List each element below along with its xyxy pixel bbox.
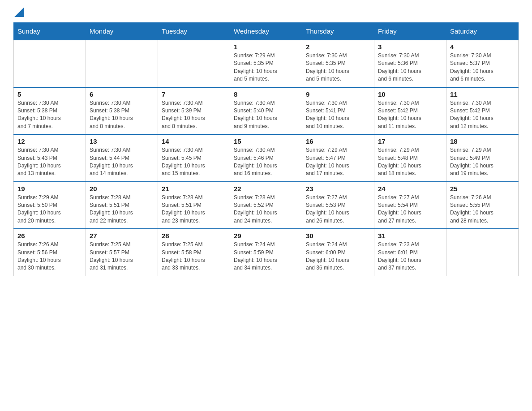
day-number: 12 xyxy=(17,137,82,145)
calendar-day-18: 18Sunrise: 7:29 AM Sunset: 5:49 PM Dayli… xyxy=(446,134,519,182)
calendar-day-19: 19Sunrise: 7:29 AM Sunset: 5:50 PM Dayli… xyxy=(14,182,86,229)
day-number: 6 xyxy=(90,90,154,98)
calendar-day-2: 2Sunrise: 7:30 AM Sunset: 5:35 PM Daylig… xyxy=(302,40,374,87)
calendar-week-row: 26Sunrise: 7:26 AM Sunset: 5:56 PM Dayli… xyxy=(14,229,519,276)
calendar-day-9: 9Sunrise: 7:30 AM Sunset: 5:41 PM Daylig… xyxy=(302,87,374,135)
day-number: 3 xyxy=(378,43,442,51)
day-number: 31 xyxy=(378,232,442,240)
day-info: Sunrise: 7:30 AM Sunset: 5:38 PM Dayligh… xyxy=(90,99,154,131)
day-info: Sunrise: 7:24 AM Sunset: 5:59 PM Dayligh… xyxy=(234,241,298,272)
calendar-day-5: 5Sunrise: 7:30 AM Sunset: 5:38 PM Daylig… xyxy=(14,87,86,135)
calendar-day-30: 30Sunrise: 7:24 AM Sunset: 6:00 PM Dayli… xyxy=(302,229,374,276)
svg-marker-0 xyxy=(14,7,24,17)
day-info: Sunrise: 7:30 AM Sunset: 5:43 PM Dayligh… xyxy=(17,146,82,178)
logo-triangle-icon xyxy=(14,7,24,17)
day-info: Sunrise: 7:26 AM Sunset: 5:55 PM Dayligh… xyxy=(450,194,515,225)
calendar-day-7: 7Sunrise: 7:30 AM Sunset: 5:39 PM Daylig… xyxy=(158,87,230,135)
day-info: Sunrise: 7:30 AM Sunset: 5:39 PM Dayligh… xyxy=(162,99,226,131)
day-number: 24 xyxy=(378,185,442,193)
calendar-table: SundayMondayTuesdayWednesdayThursdayFrid… xyxy=(13,22,519,276)
day-number: 15 xyxy=(234,137,298,145)
day-number: 17 xyxy=(378,137,442,145)
calendar-header-row: SundayMondayTuesdayWednesdayThursdayFrid… xyxy=(14,23,519,40)
day-info: Sunrise: 7:30 AM Sunset: 5:37 PM Dayligh… xyxy=(450,52,515,83)
day-number: 23 xyxy=(306,185,370,193)
day-number: 30 xyxy=(306,232,370,240)
calendar-empty-cell xyxy=(446,229,519,276)
calendar-day-17: 17Sunrise: 7:29 AM Sunset: 5:48 PM Dayli… xyxy=(374,134,446,182)
day-info: Sunrise: 7:29 AM Sunset: 5:48 PM Dayligh… xyxy=(378,146,442,178)
calendar-day-24: 24Sunrise: 7:27 AM Sunset: 5:54 PM Dayli… xyxy=(374,182,446,229)
day-number: 8 xyxy=(234,90,298,98)
day-info: Sunrise: 7:29 AM Sunset: 5:47 PM Dayligh… xyxy=(306,146,370,178)
calendar-day-26: 26Sunrise: 7:26 AM Sunset: 5:56 PM Dayli… xyxy=(14,229,86,276)
day-info: Sunrise: 7:30 AM Sunset: 5:44 PM Dayligh… xyxy=(90,146,154,178)
day-number: 26 xyxy=(17,232,82,240)
day-info: Sunrise: 7:28 AM Sunset: 5:51 PM Dayligh… xyxy=(162,194,226,225)
day-number: 28 xyxy=(162,232,226,240)
day-info: Sunrise: 7:29 AM Sunset: 5:49 PM Dayligh… xyxy=(450,146,515,178)
calendar-day-11: 11Sunrise: 7:30 AM Sunset: 5:42 PM Dayli… xyxy=(446,87,519,135)
weekday-header-saturday: Saturday xyxy=(446,23,519,40)
calendar-day-21: 21Sunrise: 7:28 AM Sunset: 5:51 PM Dayli… xyxy=(158,182,230,229)
day-info: Sunrise: 7:25 AM Sunset: 5:57 PM Dayligh… xyxy=(90,241,154,272)
day-info: Sunrise: 7:23 AM Sunset: 6:01 PM Dayligh… xyxy=(378,241,442,272)
day-number: 5 xyxy=(17,90,82,98)
day-info: Sunrise: 7:24 AM Sunset: 6:00 PM Dayligh… xyxy=(306,241,370,272)
weekday-header-tuesday: Tuesday xyxy=(158,23,230,40)
day-number: 16 xyxy=(306,137,370,145)
day-info: Sunrise: 7:30 AM Sunset: 5:41 PM Dayligh… xyxy=(306,99,370,131)
day-number: 18 xyxy=(450,137,515,145)
day-number: 11 xyxy=(450,90,515,98)
day-info: Sunrise: 7:30 AM Sunset: 5:36 PM Dayligh… xyxy=(378,52,442,83)
calendar-empty-cell xyxy=(158,40,230,87)
calendar-week-row: 19Sunrise: 7:29 AM Sunset: 5:50 PM Dayli… xyxy=(14,182,519,229)
day-number: 25 xyxy=(450,185,515,193)
calendar-day-25: 25Sunrise: 7:26 AM Sunset: 5:55 PM Dayli… xyxy=(446,182,519,229)
day-number: 4 xyxy=(450,43,515,51)
calendar-day-16: 16Sunrise: 7:29 AM Sunset: 5:47 PM Dayli… xyxy=(302,134,374,182)
day-info: Sunrise: 7:30 AM Sunset: 5:40 PM Dayligh… xyxy=(234,99,298,131)
calendar-day-12: 12Sunrise: 7:30 AM Sunset: 5:43 PM Dayli… xyxy=(14,134,86,182)
weekday-header-thursday: Thursday xyxy=(302,23,374,40)
weekday-header-friday: Friday xyxy=(374,23,446,40)
day-number: 2 xyxy=(306,43,370,51)
logo xyxy=(13,9,24,13)
day-number: 10 xyxy=(378,90,442,98)
day-number: 20 xyxy=(90,185,154,193)
weekday-header-sunday: Sunday xyxy=(14,23,86,40)
day-info: Sunrise: 7:30 AM Sunset: 5:38 PM Dayligh… xyxy=(17,99,82,131)
calendar-day-14: 14Sunrise: 7:30 AM Sunset: 5:45 PM Dayli… xyxy=(158,134,230,182)
day-info: Sunrise: 7:27 AM Sunset: 5:54 PM Dayligh… xyxy=(378,194,442,225)
calendar-day-4: 4Sunrise: 7:30 AM Sunset: 5:37 PM Daylig… xyxy=(446,40,519,87)
calendar-week-row: 1Sunrise: 7:29 AM Sunset: 5:35 PM Daylig… xyxy=(14,40,519,87)
day-info: Sunrise: 7:27 AM Sunset: 5:53 PM Dayligh… xyxy=(306,194,370,225)
calendar-day-10: 10Sunrise: 7:30 AM Sunset: 5:42 PM Dayli… xyxy=(374,87,446,135)
day-number: 13 xyxy=(90,137,154,145)
calendar-day-29: 29Sunrise: 7:24 AM Sunset: 5:59 PM Dayli… xyxy=(230,229,302,276)
day-number: 1 xyxy=(234,43,298,51)
calendar-week-row: 12Sunrise: 7:30 AM Sunset: 5:43 PM Dayli… xyxy=(14,134,519,182)
day-number: 14 xyxy=(162,137,226,145)
calendar-empty-cell xyxy=(86,40,158,87)
day-info: Sunrise: 7:30 AM Sunset: 5:42 PM Dayligh… xyxy=(450,99,515,131)
calendar-day-27: 27Sunrise: 7:25 AM Sunset: 5:57 PM Dayli… xyxy=(86,229,158,276)
calendar-day-13: 13Sunrise: 7:30 AM Sunset: 5:44 PM Dayli… xyxy=(86,134,158,182)
day-info: Sunrise: 7:28 AM Sunset: 5:51 PM Dayligh… xyxy=(90,194,154,225)
day-info: Sunrise: 7:25 AM Sunset: 5:58 PM Dayligh… xyxy=(162,241,226,272)
day-info: Sunrise: 7:30 AM Sunset: 5:45 PM Dayligh… xyxy=(162,146,226,178)
calendar-day-15: 15Sunrise: 7:30 AM Sunset: 5:46 PM Dayli… xyxy=(230,134,302,182)
day-info: Sunrise: 7:30 AM Sunset: 5:46 PM Dayligh… xyxy=(234,146,298,178)
calendar-day-28: 28Sunrise: 7:25 AM Sunset: 5:58 PM Dayli… xyxy=(158,229,230,276)
day-number: 7 xyxy=(162,90,226,98)
calendar-day-6: 6Sunrise: 7:30 AM Sunset: 5:38 PM Daylig… xyxy=(86,87,158,135)
calendar-day-20: 20Sunrise: 7:28 AM Sunset: 5:51 PM Dayli… xyxy=(86,182,158,229)
calendar-day-3: 3Sunrise: 7:30 AM Sunset: 5:36 PM Daylig… xyxy=(374,40,446,87)
weekday-header-monday: Monday xyxy=(86,23,158,40)
day-info: Sunrise: 7:28 AM Sunset: 5:52 PM Dayligh… xyxy=(234,194,298,225)
weekday-header-wednesday: Wednesday xyxy=(230,23,302,40)
day-info: Sunrise: 7:29 AM Sunset: 5:35 PM Dayligh… xyxy=(234,52,298,83)
day-number: 29 xyxy=(234,232,298,240)
day-number: 27 xyxy=(90,232,154,240)
calendar-empty-cell xyxy=(14,40,86,87)
